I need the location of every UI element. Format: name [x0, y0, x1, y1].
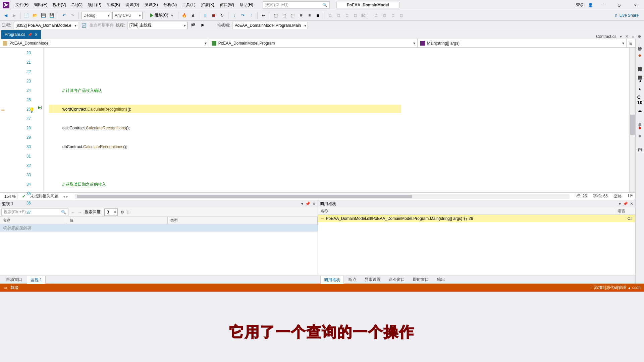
continue-button[interactable]: 继续(C)▾	[148, 12, 176, 19]
menu-project[interactable]: 项目(P)	[85, 1, 104, 9]
save-button[interactable]: 💾	[40, 12, 47, 19]
col-value[interactable]: 值	[67, 217, 168, 224]
menu-git[interactable]: Git(G)	[69, 1, 85, 9]
tab-contract-cs[interactable]: Contract.cs	[596, 34, 616, 39]
stop-button[interactable]: ⏹	[210, 12, 217, 19]
tb-icon-4[interactable]: ≡	[298, 12, 305, 19]
save-all-button[interactable]: 💾	[48, 12, 55, 19]
run-arrow-icon[interactable]: ▶|	[38, 105, 42, 110]
new-item-button[interactable]: 📄	[23, 12, 30, 19]
panel-close-icon[interactable]: ✕	[312, 201, 316, 206]
config-combo[interactable]: Debug	[81, 12, 111, 19]
platform-combo[interactable]: Any CPU	[112, 12, 143, 19]
tb-icon-1[interactable]: ⬚	[272, 12, 280, 19]
rail-solution-explorer[interactable]: 解决方案资源管理器	[636, 61, 643, 66]
scroll-thumb[interactable]	[630, 115, 635, 135]
undo-button[interactable]: ↶	[60, 12, 68, 19]
step-over-button[interactable]: ↷	[239, 12, 247, 19]
nav-arrows[interactable]: ◂ ▸	[63, 194, 68, 199]
col-type[interactable]: 类型	[168, 217, 318, 224]
panel-pin-icon[interactable]: 📌	[623, 201, 628, 206]
close-icon[interactable]: ✕	[35, 33, 38, 37]
vertical-scrollbar[interactable]	[629, 48, 635, 192]
tab-gear-icon[interactable]: ⚙	[638, 34, 641, 39]
nav-project[interactable]: PoEAA_DomainModel	[0, 39, 209, 47]
nav-split-button[interactable]: ⊞	[627, 39, 635, 47]
menu-window[interactable]: 窗口(W)	[217, 1, 237, 9]
rail-team-explorer[interactable]: 团队资源管理器	[636, 70, 643, 75]
run-to-cursor-button[interactable]: ⇤	[260, 12, 267, 19]
menu-extensions[interactable]: 扩展(X)	[198, 1, 217, 9]
watch-grid[interactable]: 名称值类型 添加要监视的项	[0, 217, 318, 276]
whitespace-mode[interactable]: 空格	[614, 193, 622, 199]
scm-dropdown-icon[interactable]: ▴	[628, 285, 630, 290]
menu-edit[interactable]: 编辑(E)	[31, 1, 50, 9]
quick-search[interactable]: 搜索 (Ctrl+Q) 🔍	[263, 1, 330, 9]
btab-command[interactable]: 命令窗口	[385, 276, 408, 284]
tb-icon-2[interactable]: ⬚	[281, 12, 288, 19]
code-editor[interactable]: ➡ 💡 202122232425262728293031323334353637…	[0, 48, 635, 192]
panel-dropdown-icon[interactable]: ▾	[619, 201, 621, 206]
menu-build[interactable]: 生成(B)	[104, 1, 123, 9]
rail-content[interactable]: 内	[636, 141, 643, 147]
tab-program-cs[interactable]: Program.cs 📌 ✕	[1, 30, 41, 39]
menu-help[interactable]: 帮助(H)	[237, 1, 256, 9]
minimize-button[interactable]: ─	[597, 0, 609, 10]
rail-events[interactable]: 事	[636, 117, 643, 122]
pin-icon[interactable]: 📌	[28, 33, 32, 37]
menu-test[interactable]: 测试(S)	[142, 1, 161, 9]
tb-icon-3[interactable]: ⬚	[289, 12, 297, 19]
rail-arrows-icon[interactable]: ◂▸	[638, 109, 642, 113]
solution-name[interactable]: PoEAA_DomainModel	[336, 2, 399, 8]
maximize-button[interactable]: ▢	[613, 0, 625, 10]
col-name[interactable]: 名称	[318, 207, 615, 215]
nav-back-button[interactable]: ◀	[2, 12, 9, 19]
btab-watch1[interactable]: 监视 1	[27, 276, 46, 284]
menu-debug[interactable]: 调试(D)	[123, 1, 142, 9]
step-into-button[interactable]: ↓	[231, 12, 238, 19]
frame-combo[interactable]: PoEAA_DomainModel.Program.Main	[232, 22, 308, 29]
thread-filter-icon[interactable]: ⚑	[199, 22, 206, 29]
tab-dropdown-icon[interactable]: ▾	[620, 34, 622, 39]
menu-file[interactable]: 文件(F)	[13, 1, 31, 9]
process-combo[interactable]: [8352] PoEAA_DomainModel.e	[13, 22, 78, 29]
btab-callstack[interactable]: 调用堆栈	[320, 276, 344, 284]
lifecycle-icon[interactable]: 🔄	[80, 22, 88, 29]
rail-nav-down-icon[interactable]: ▸	[639, 86, 641, 91]
rail-diag-icon[interactable]: ◆	[638, 53, 641, 58]
nav-fwd-button[interactable]: ▶	[10, 12, 18, 19]
watch-add-row[interactable]: 添加要监视的项	[0, 224, 318, 232]
code-area[interactable]: // 计算各产品收入确认 wordContract.CalculateRecog…	[44, 48, 629, 192]
btab-breakpoints[interactable]: 断点	[345, 276, 360, 284]
panel-dropdown-icon[interactable]: ▾	[301, 201, 303, 206]
menu-tools[interactable]: 工具(T)	[179, 1, 198, 9]
hot-reload-button[interactable]: 🔥	[181, 12, 188, 19]
horizontal-scrollbar[interactable]	[75, 194, 570, 199]
tab-close-all-icon[interactable]: ✕	[625, 34, 629, 39]
open-button[interactable]: 📂	[31, 12, 39, 19]
thread-flag-icon[interactable]: 🏴	[190, 22, 197, 29]
user-icon[interactable]: 👤	[588, 3, 593, 7]
callstack-frame-row[interactable]: ➡PoEAA_DomainModel.dll!PoEAA_DomainModel…	[318, 215, 636, 222]
btab-immediate[interactable]: 即时窗口	[410, 276, 432, 284]
redo-button[interactable]: ↷	[69, 12, 76, 19]
menu-analyze[interactable]: 分析(N)	[161, 1, 180, 9]
depth-combo[interactable]: 3	[104, 208, 118, 216]
nav-method[interactable]: Main(string[] args)	[418, 39, 627, 47]
btab-output[interactable]: 输出	[434, 276, 448, 284]
thread-combo[interactable]: [784] 主线程	[127, 22, 187, 29]
col-lang[interactable]: 语言	[615, 207, 635, 215]
rail-nav-up-icon[interactable]: ◂	[639, 78, 641, 83]
btab-autos[interactable]: 自动窗口	[3, 276, 25, 284]
login-link[interactable]: 登录	[576, 2, 584, 8]
panel-pin-icon[interactable]: 📌	[305, 201, 310, 206]
pause-button[interactable]: ⏸	[202, 12, 209, 19]
rail-diagnostics[interactable]: 诊断...	[636, 41, 643, 50]
panel-close-icon[interactable]: ✕	[630, 201, 633, 206]
search-fwd-icon[interactable]: →	[78, 210, 82, 215]
col-name[interactable]: 名称	[0, 217, 67, 224]
lightbulb-icon[interactable]: 💡	[29, 105, 35, 115]
tab-home-icon[interactable]: ⌂	[632, 34, 634, 39]
search-back-icon[interactable]: ←	[71, 210, 75, 215]
browser-button[interactable]: 🖥	[189, 12, 197, 19]
